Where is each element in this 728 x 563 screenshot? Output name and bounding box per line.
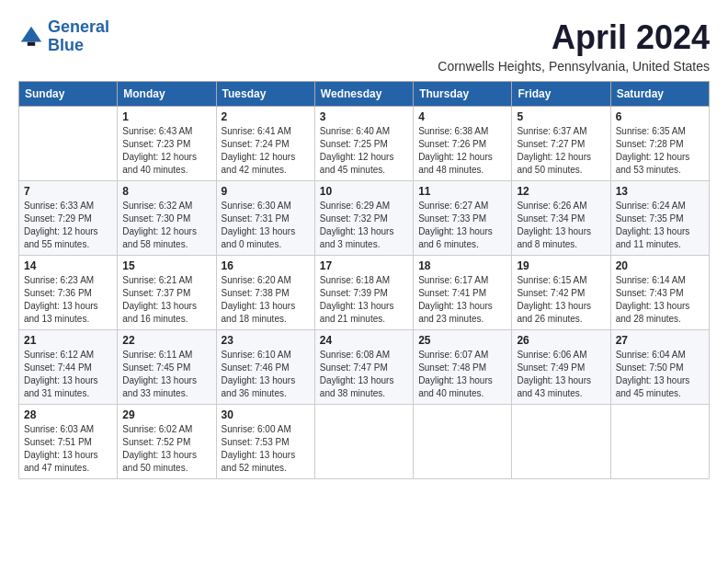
sunset-text: Sunset: 7:24 PM xyxy=(222,139,290,149)
sunset-text: Sunset: 7:49 PM xyxy=(517,362,585,373)
sunset-text: Sunset: 7:38 PM xyxy=(222,288,290,298)
sunrise-text: Sunrise: 6:32 AM xyxy=(122,201,192,211)
daylight-text: Daylight: 13 hours and 31 minutes. xyxy=(24,375,98,398)
day-number: 22 xyxy=(122,334,210,347)
sunrise-text: Sunrise: 6:03 AM xyxy=(24,424,94,434)
title-area: April 2024 Cornwells Heights, Pennsylvan… xyxy=(438,18,710,74)
calendar-header-row: SundayMondayTuesdayWednesdayThursdayFrid… xyxy=(19,82,710,107)
day-number: 5 xyxy=(517,110,605,123)
daylight-text: Daylight: 12 hours and 53 minutes. xyxy=(616,152,690,175)
daylight-text: Daylight: 13 hours and 3 minutes. xyxy=(320,226,394,249)
day-header-monday: Monday xyxy=(118,82,216,107)
day-number: 17 xyxy=(320,259,408,272)
daylight-text: Daylight: 12 hours and 58 minutes. xyxy=(122,226,197,249)
sunset-text: Sunset: 7:25 PM xyxy=(320,139,388,149)
daylight-text: Daylight: 13 hours and 26 minutes. xyxy=(517,301,591,324)
day-number: 9 xyxy=(222,185,310,198)
calendar-table: SundayMondayTuesdayWednesdayThursdayFrid… xyxy=(18,81,710,479)
sunset-text: Sunset: 7:23 PM xyxy=(122,139,190,149)
calendar-cell: 13 Sunrise: 6:24 AM Sunset: 7:35 PM Dayl… xyxy=(610,181,709,256)
sunset-text: Sunset: 7:35 PM xyxy=(616,213,684,224)
sunrise-text: Sunrise: 6:40 AM xyxy=(320,126,390,136)
day-info: Sunrise: 6:27 AM Sunset: 7:33 PM Dayligh… xyxy=(418,200,506,251)
logo-text: General Blue xyxy=(48,18,109,55)
day-info: Sunrise: 6:08 AM Sunset: 7:47 PM Dayligh… xyxy=(320,349,408,400)
calendar-cell: 17 Sunrise: 6:18 AM Sunset: 7:39 PM Dayl… xyxy=(314,256,413,330)
sunset-text: Sunset: 7:53 PM xyxy=(222,437,290,447)
sunset-text: Sunset: 7:31 PM xyxy=(222,213,290,224)
calendar-cell: 11 Sunrise: 6:27 AM Sunset: 7:33 PM Dayl… xyxy=(414,181,512,256)
sunrise-text: Sunrise: 6:02 AM xyxy=(122,424,192,434)
sunset-text: Sunset: 7:45 PM xyxy=(122,362,190,373)
sunrise-text: Sunrise: 6:26 AM xyxy=(517,201,586,211)
day-info: Sunrise: 6:37 AM Sunset: 7:27 PM Dayligh… xyxy=(517,125,605,177)
day-info: Sunrise: 6:26 AM Sunset: 7:34 PM Dayligh… xyxy=(517,200,605,251)
sunset-text: Sunset: 7:30 PM xyxy=(122,213,190,224)
day-number: 13 xyxy=(616,185,704,198)
location-subtitle: Cornwells Heights, Pennsylvania, United … xyxy=(438,59,710,74)
day-info: Sunrise: 6:29 AM Sunset: 7:32 PM Dayligh… xyxy=(320,200,408,251)
calendar-week-row: 28 Sunrise: 6:03 AM Sunset: 7:51 PM Dayl… xyxy=(19,405,710,479)
sunrise-text: Sunrise: 6:27 AM xyxy=(418,201,488,211)
day-info: Sunrise: 6:14 AM Sunset: 7:43 PM Dayligh… xyxy=(616,274,704,326)
sunrise-text: Sunrise: 6:37 AM xyxy=(517,126,586,136)
daylight-text: Daylight: 13 hours and 45 minutes. xyxy=(616,375,690,398)
day-number: 8 xyxy=(122,185,210,198)
calendar-cell: 6 Sunrise: 6:35 AM Sunset: 7:28 PM Dayli… xyxy=(610,107,709,181)
sunset-text: Sunset: 7:46 PM xyxy=(222,362,290,373)
calendar-cell: 2 Sunrise: 6:41 AM Sunset: 7:24 PM Dayli… xyxy=(216,107,314,181)
day-info: Sunrise: 6:30 AM Sunset: 7:31 PM Dayligh… xyxy=(222,200,310,251)
daylight-text: Daylight: 13 hours and 0 minutes. xyxy=(222,226,296,249)
sunset-text: Sunset: 7:42 PM xyxy=(517,288,585,298)
day-info: Sunrise: 6:02 AM Sunset: 7:52 PM Dayligh… xyxy=(122,423,210,475)
day-info: Sunrise: 6:23 AM Sunset: 7:36 PM Dayligh… xyxy=(24,274,112,326)
month-title: April 2024 xyxy=(438,18,710,57)
calendar-cell: 7 Sunrise: 6:33 AM Sunset: 7:29 PM Dayli… xyxy=(19,181,118,256)
svg-marker-0 xyxy=(21,27,41,42)
daylight-text: Daylight: 13 hours and 33 minutes. xyxy=(122,375,197,398)
daylight-text: Daylight: 13 hours and 6 minutes. xyxy=(418,226,493,249)
sunrise-text: Sunrise: 6:41 AM xyxy=(222,126,291,136)
sunset-text: Sunset: 7:52 PM xyxy=(122,437,190,447)
day-info: Sunrise: 6:38 AM Sunset: 7:26 PM Dayligh… xyxy=(418,125,506,177)
daylight-text: Daylight: 12 hours and 48 minutes. xyxy=(418,152,493,175)
daylight-text: Daylight: 13 hours and 28 minutes. xyxy=(616,301,690,324)
calendar-cell: 21 Sunrise: 6:12 AM Sunset: 7:44 PM Dayl… xyxy=(19,330,118,405)
calendar-week-row: 1 Sunrise: 6:43 AM Sunset: 7:23 PM Dayli… xyxy=(19,107,710,181)
calendar-cell: 22 Sunrise: 6:11 AM Sunset: 7:45 PM Dayl… xyxy=(118,330,216,405)
sunrise-text: Sunrise: 6:15 AM xyxy=(517,275,586,285)
calendar-cell: 9 Sunrise: 6:30 AM Sunset: 7:31 PM Dayli… xyxy=(216,181,314,256)
day-info: Sunrise: 6:18 AM Sunset: 7:39 PM Dayligh… xyxy=(320,274,408,326)
day-header-wednesday: Wednesday xyxy=(314,82,413,107)
daylight-text: Daylight: 13 hours and 16 minutes. xyxy=(122,301,197,324)
daylight-text: Daylight: 13 hours and 21 minutes. xyxy=(320,301,394,324)
day-number: 24 xyxy=(320,334,408,347)
daylight-text: Daylight: 12 hours and 42 minutes. xyxy=(222,152,296,175)
day-header-friday: Friday xyxy=(512,82,610,107)
calendar-cell: 16 Sunrise: 6:20 AM Sunset: 7:38 PM Dayl… xyxy=(216,256,314,330)
calendar-cell: 1 Sunrise: 6:43 AM Sunset: 7:23 PM Dayli… xyxy=(118,107,216,181)
day-info: Sunrise: 6:33 AM Sunset: 7:29 PM Dayligh… xyxy=(24,200,112,251)
daylight-text: Daylight: 13 hours and 40 minutes. xyxy=(418,375,493,398)
day-info: Sunrise: 6:03 AM Sunset: 7:51 PM Dayligh… xyxy=(24,423,112,475)
calendar-week-row: 21 Sunrise: 6:12 AM Sunset: 7:44 PM Dayl… xyxy=(19,330,710,405)
daylight-text: Daylight: 13 hours and 52 minutes. xyxy=(222,450,296,473)
daylight-text: Daylight: 13 hours and 23 minutes. xyxy=(418,301,493,324)
day-number: 6 xyxy=(616,110,704,123)
day-number: 20 xyxy=(616,259,704,272)
sunset-text: Sunset: 7:44 PM xyxy=(24,362,92,373)
calendar-cell xyxy=(610,405,709,479)
day-header-saturday: Saturday xyxy=(610,82,709,107)
day-info: Sunrise: 6:43 AM Sunset: 7:23 PM Dayligh… xyxy=(122,125,210,177)
calendar-week-row: 7 Sunrise: 6:33 AM Sunset: 7:29 PM Dayli… xyxy=(19,181,710,256)
calendar-cell: 14 Sunrise: 6:23 AM Sunset: 7:36 PM Dayl… xyxy=(19,256,118,330)
sunset-text: Sunset: 7:41 PM xyxy=(418,288,486,298)
sunset-text: Sunset: 7:51 PM xyxy=(24,437,92,447)
daylight-text: Daylight: 13 hours and 50 minutes. xyxy=(122,450,197,473)
sunset-text: Sunset: 7:50 PM xyxy=(616,362,684,373)
day-info: Sunrise: 6:21 AM Sunset: 7:37 PM Dayligh… xyxy=(122,274,210,326)
day-info: Sunrise: 6:04 AM Sunset: 7:50 PM Dayligh… xyxy=(616,349,704,400)
sunrise-text: Sunrise: 6:38 AM xyxy=(418,126,488,136)
calendar-cell xyxy=(414,405,512,479)
day-number: 1 xyxy=(122,110,210,123)
